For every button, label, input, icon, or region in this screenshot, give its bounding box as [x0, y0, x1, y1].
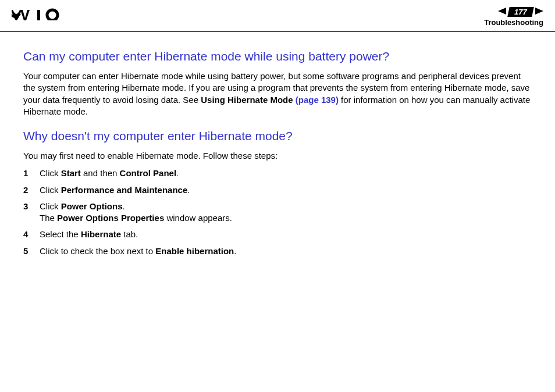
page-ref-link[interactable]: (page 139): [296, 95, 339, 105]
page-nav: 177: [484, 7, 543, 17]
list-item: Click Start and then Control Panel.: [23, 168, 532, 179]
steps-list: Click Start and then Control Panel. Clic…: [23, 168, 532, 257]
section-label: Troubleshooting: [484, 18, 543, 27]
next-page-icon[interactable]: [535, 8, 543, 16]
page-header: 177 Troubleshooting: [0, 0, 555, 32]
svg-point-1: [47, 10, 58, 20]
svg-marker-3: [535, 8, 543, 15]
paragraph-1: Your computer can enter Hibernate mode w…: [23, 70, 532, 117]
heading-1: Can my computer enter Hibernate mode whi…: [23, 49, 532, 63]
prev-page-icon[interactable]: [498, 8, 506, 16]
list-item: Click Performance and Maintenance.: [23, 184, 532, 196]
page-content: Can my computer enter Hibernate mode whi…: [0, 32, 555, 273]
svg-marker-2: [498, 8, 506, 15]
list-item: Click Power Options. The Power Options P…: [23, 201, 532, 224]
list-item: Click to check the box next to Enable hi…: [23, 245, 532, 257]
header-right: 177 Troubleshooting: [484, 7, 543, 27]
list-item: Select the Hibernate tab.: [23, 229, 532, 240]
svg-rect-0: [37, 10, 40, 20]
paragraph-2: You may first need to enable Hibernate m…: [23, 150, 532, 162]
vaio-logo: [12, 7, 70, 21]
heading-2: Why doesn't my computer enter Hibernate …: [23, 129, 532, 143]
page-number: 177: [507, 7, 533, 17]
